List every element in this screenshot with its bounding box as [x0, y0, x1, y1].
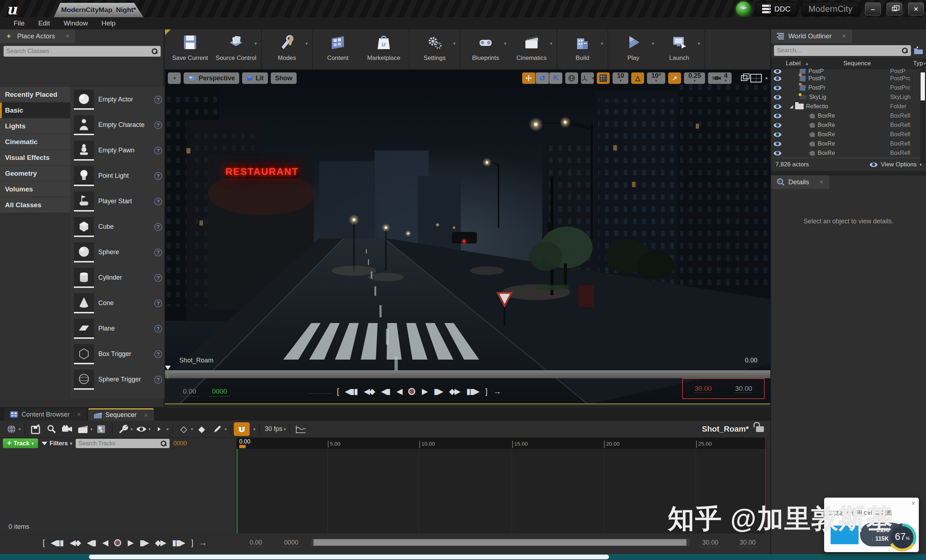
- menu-window[interactable]: Window: [64, 20, 88, 27]
- previous-key-button[interactable]: ◀◆: [70, 538, 80, 548]
- help-icon[interactable]: ?: [154, 325, 162, 333]
- world-icon[interactable]: [5, 423, 18, 435]
- scrollbar-thumb[interactable]: [921, 72, 925, 100]
- previous-key-button[interactable]: ◀◆: [364, 387, 375, 396]
- auto-key-icon[interactable]: ◆: [195, 423, 208, 435]
- chevron-down-icon[interactable]: ▾: [19, 427, 21, 432]
- search-tracks-box[interactable]: [76, 439, 169, 448]
- grid-snap-value-button[interactable]: 10▾: [613, 72, 628, 84]
- details-close-icon[interactable]: ✕: [819, 179, 824, 186]
- filters-button[interactable]: Filters ▾: [42, 440, 72, 447]
- bottom-frame-field[interactable]: 0000: [282, 539, 301, 547]
- visibility-eye-icon[interactable]: [773, 95, 782, 100]
- ddc-button[interactable]: DDC: [755, 2, 797, 16]
- level-viewport[interactable]: RESTAURANT ▼ Perspective Lit Show ↺ ⇱: [165, 70, 770, 405]
- visibility-eye-icon[interactable]: [773, 104, 782, 109]
- close-button[interactable]: ×: [908, 3, 924, 15]
- menu-help[interactable]: Help: [101, 20, 115, 27]
- outliner-search[interactable]: [774, 45, 911, 56]
- dropdown-caret-icon[interactable]: ▾: [254, 41, 257, 46]
- content-button[interactable]: Content: [315, 29, 361, 69]
- help-icon[interactable]: ?: [154, 96, 162, 104]
- maximize-viewport-icon[interactable]: [741, 75, 747, 81]
- chevron-down-icon[interactable]: ▾: [166, 427, 169, 432]
- bottom-time-field[interactable]: 0.00: [247, 539, 264, 547]
- visibility-eye-icon[interactable]: [773, 141, 782, 146]
- scale-tool-button[interactable]: ⇱: [549, 72, 562, 84]
- show-menu-button[interactable]: Show: [271, 72, 297, 84]
- clapperboard-icon[interactable]: [77, 423, 89, 435]
- search-classes-input[interactable]: [6, 48, 151, 55]
- search-tracks-input[interactable]: [79, 440, 160, 447]
- details-tab[interactable]: i Details ✕: [771, 175, 829, 189]
- playhead-grab-handle[interactable]: [239, 445, 246, 448]
- chevron-down-icon[interactable]: ▾: [191, 427, 193, 432]
- help-icon[interactable]: ?: [154, 299, 162, 307]
- loop-mode-button[interactable]: →: [199, 538, 206, 548]
- dropdown-caret-icon[interactable]: ▾: [504, 41, 506, 46]
- frame-forward-button[interactable]: ▮▶: [139, 538, 148, 548]
- visibility-eye-icon[interactable]: [773, 85, 782, 91]
- wrench-icon[interactable]: [117, 423, 130, 435]
- tab-content-browser[interactable]: Content Browser ✕: [4, 408, 87, 421]
- fps-selector[interactable]: 30 fps: [265, 425, 282, 433]
- outliner-row[interactable]: PostPr PostPrc: [771, 74, 926, 83]
- actor-item-sphere-trigger[interactable]: Sphere Trigger ?: [70, 367, 164, 392]
- eye-icon[interactable]: [135, 423, 147, 435]
- dropdown-caret-icon[interactable]: ▾: [652, 41, 654, 46]
- outliner-row[interactable]: SkyLig SkyLigh: [771, 92, 926, 102]
- add-track-button[interactable]: + Track ▾: [3, 438, 38, 448]
- next-key-button[interactable]: ◆▶: [155, 538, 166, 548]
- tab-close-icon[interactable]: ✕: [144, 412, 148, 418]
- play-forward-button[interactable]: ▶: [422, 387, 427, 396]
- scale-snap-toggle-button[interactable]: ↗: [668, 72, 681, 84]
- actor-item-cone[interactable]: Cone ?: [70, 290, 164, 316]
- launch-button[interactable]: Launch ▾: [656, 29, 702, 69]
- play-reverse-button[interactable]: ◀: [102, 538, 107, 548]
- actor-item-point-light[interactable]: Point Light ?: [70, 163, 164, 189]
- visibility-eye-icon[interactable]: [773, 151, 782, 156]
- save-as-icon[interactable]: *: [30, 423, 42, 435]
- place-actors-tab[interactable]: ✦ Place Actors ✕: [0, 29, 75, 43]
- actor-item-player-start[interactable]: Player Start ?: [70, 189, 164, 214]
- outliner-row[interactable]: ◢ Reflectio Folder: [771, 102, 926, 111]
- actor-item-empty-character[interactable]: Empty Characte ?: [70, 112, 164, 138]
- column-type[interactable]: Typ: [913, 60, 923, 67]
- bottom-total-time-field[interactable]: 30.00: [737, 539, 758, 547]
- keyframe-options-icon[interactable]: ◇: [177, 423, 190, 435]
- current-time-field[interactable]: 0.00: [180, 387, 199, 397]
- help-icon[interactable]: ?: [154, 350, 162, 358]
- timeline-ruler[interactable]: 0.00 5.00 10.00 15.00 20.00 25.00: [237, 438, 767, 449]
- settings-button[interactable]: Settings ▾: [412, 29, 458, 69]
- record-button[interactable]: [114, 539, 121, 546]
- step-back-button[interactable]: ◀▮▮: [345, 387, 357, 396]
- category-recently-placed[interactable]: Recently Placed: [0, 87, 70, 103]
- dropdown-caret-icon[interactable]: ▾: [305, 41, 308, 46]
- timeline-horizontal-scrollbar[interactable]: [311, 539, 690, 546]
- outliner-row[interactable]: BoxRe BoxRefl: [771, 130, 926, 139]
- expand-arrow-icon[interactable]: ◢: [790, 104, 793, 109]
- chevron-down-icon[interactable]: ▾: [148, 427, 151, 432]
- play-forward-button[interactable]: ▶: [128, 538, 133, 548]
- actor-item-plane[interactable]: Plane ?: [70, 316, 164, 341]
- save-current-button[interactable]: Save Current: [167, 29, 213, 69]
- curve-editor-icon[interactable]: [295, 423, 307, 435]
- next-key-button[interactable]: ◆▶: [449, 387, 460, 396]
- playback-options-icon[interactable]: [153, 423, 165, 435]
- chevron-down-icon[interactable]: ▾: [284, 427, 286, 432]
- view-options-button[interactable]: View Options ▾: [869, 161, 922, 168]
- viewport-options-button[interactable]: ▼: [168, 72, 181, 84]
- actor-item-box-trigger[interactable]: Box Trigger ?: [70, 341, 164, 367]
- step-back-button[interactable]: ◀▮▮: [51, 538, 63, 548]
- minimize-button[interactable]: –: [865, 3, 881, 15]
- perspective-button[interactable]: Perspective: [184, 72, 239, 84]
- translate-tool-button[interactable]: [522, 72, 535, 84]
- lock-icon[interactable]: [756, 426, 764, 432]
- visibility-eye-icon[interactable]: [773, 113, 782, 119]
- search-icon[interactable]: [45, 423, 58, 435]
- actor-item-empty-pawn[interactable]: Empty Pawn ?: [70, 138, 164, 163]
- visibility-eye-icon[interactable]: [773, 122, 782, 128]
- build-button[interactable]: Build ▾: [560, 29, 605, 69]
- jump-to-end-button[interactable]: ]: [191, 538, 192, 548]
- play-reverse-button[interactable]: ◀: [396, 387, 402, 396]
